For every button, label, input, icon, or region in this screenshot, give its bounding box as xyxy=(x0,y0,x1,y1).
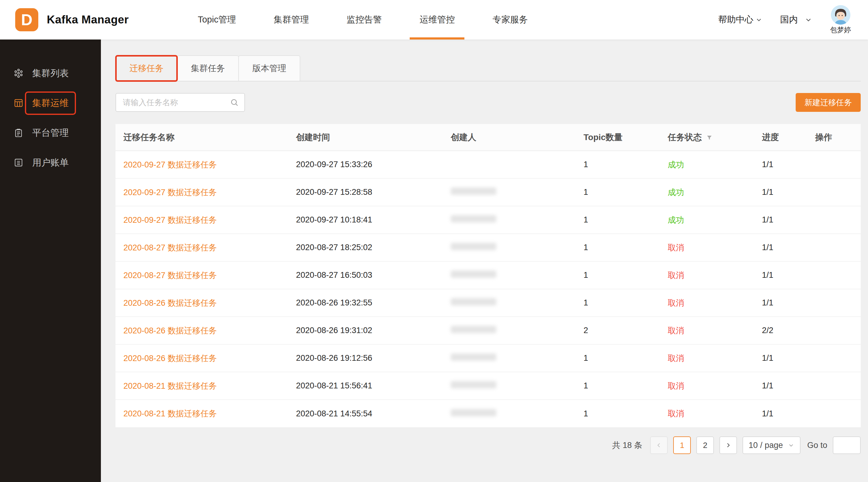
top-nav-item[interactable]: 运维管控 xyxy=(401,0,473,39)
progress-cell: 1/1 xyxy=(762,206,815,234)
create-time-cell: 2020-09-27 10:18:41 xyxy=(296,206,451,234)
tab-label: 迁移任务 xyxy=(129,63,163,74)
table-row: 2020-08-21 数据迁移任务 2020-08-21 14:55:54 1 … xyxy=(116,399,861,427)
creator-redacted-blur xyxy=(451,326,496,333)
sidebar-item-label: 平台管理 xyxy=(32,126,69,140)
create-time-cell: 2020-08-27 18:25:02 xyxy=(296,234,451,261)
task-name-link[interactable]: 2020-09-27 数据迁移任务 xyxy=(123,160,217,169)
table-column-header: 操作 xyxy=(815,124,861,151)
sidebar-item[interactable]: 用户账单 xyxy=(0,148,101,178)
actions-cell xyxy=(815,317,861,344)
status-badge: 取消 xyxy=(668,271,684,280)
sidebar-item-label: 用户账单 xyxy=(32,156,69,169)
help-center-label: 帮助中心 xyxy=(718,14,753,26)
cluster-list-icon xyxy=(13,68,24,78)
page-size-select[interactable]: 10 / page xyxy=(742,437,801,454)
actions-cell xyxy=(815,399,861,427)
progress-cell: 1/1 xyxy=(762,261,815,289)
progress-cell: 1/1 xyxy=(762,399,815,427)
user-menu[interactable]: 包梦婷 xyxy=(830,5,851,35)
tab[interactable]: 迁移任务 xyxy=(116,55,178,81)
filter-icon[interactable] xyxy=(706,133,713,143)
task-search-box xyxy=(116,93,245,112)
app-root: D Kafka Manager Topic管理 集群管理 监控告警 运维管控 xyxy=(0,0,868,482)
header-right: 帮助中心 国内 xyxy=(718,5,851,35)
sidebar-item-label: 集群运维 xyxy=(32,96,69,110)
tab[interactable]: 版本管理 xyxy=(238,55,300,81)
sidebar-item[interactable]: 集群列表 xyxy=(0,58,101,88)
region-label: 国内 xyxy=(780,14,798,26)
top-nav-item[interactable]: 监控告警 xyxy=(328,0,401,39)
goto-page-input[interactable] xyxy=(833,437,861,454)
progress-cell: 1/1 xyxy=(762,344,815,372)
topic-count-cell: 1 xyxy=(584,234,668,261)
brand-title: Kafka Manager xyxy=(47,13,129,26)
topic-count-cell: 2 xyxy=(584,317,668,344)
creator-redacted-blur xyxy=(451,188,496,195)
creator-cell xyxy=(451,289,584,317)
sidebar-item-label: 集群列表 xyxy=(32,67,69,80)
table-row: 2020-09-27 数据迁移任务 2020-09-27 15:33:26 1 … xyxy=(116,151,861,179)
creator-cell xyxy=(451,372,584,399)
table-row: 2020-09-27 数据迁移任务 2020-09-27 10:18:41 1 … xyxy=(116,206,861,234)
status-badge: 成功 xyxy=(668,160,684,169)
top-nav-item-label: Topic管理 xyxy=(198,14,236,26)
chevron-down-icon xyxy=(804,16,812,24)
prev-page-button[interactable] xyxy=(650,437,668,454)
task-name-link[interactable]: 2020-08-21 数据迁移任务 xyxy=(123,409,217,418)
task-name-link[interactable]: 2020-08-27 数据迁移任务 xyxy=(123,271,217,280)
creator-cell xyxy=(451,179,584,206)
actions-cell xyxy=(815,179,861,206)
page-number-button[interactable]: 2 xyxy=(696,437,714,454)
table-row: 2020-08-27 数据迁移任务 2020-08-27 16:50:03 1 … xyxy=(116,261,861,289)
chevron-down-icon xyxy=(755,16,763,23)
task-name-link[interactable]: 2020-08-26 数据迁移任务 xyxy=(123,354,217,363)
next-page-button[interactable] xyxy=(719,437,737,454)
page-number-button[interactable]: 1 xyxy=(673,437,691,454)
top-nav-item[interactable]: 专家服务 xyxy=(473,0,547,39)
search-input[interactable] xyxy=(123,98,230,107)
task-name-link[interactable]: 2020-08-21 数据迁移任务 xyxy=(123,381,217,390)
table-row: 2020-08-26 数据迁移任务 2020-08-26 19:32:55 1 … xyxy=(116,289,861,317)
table-column-header: Topic数量 xyxy=(584,124,668,151)
progress-cell: 1/1 xyxy=(762,234,815,261)
top-nav-item[interactable]: Topic管理 xyxy=(179,0,255,39)
topic-count-cell: 1 xyxy=(584,344,668,372)
task-name-link[interactable]: 2020-08-26 数据迁移任务 xyxy=(123,298,217,308)
table-row: 2020-08-26 数据迁移任务 2020-08-26 19:12:56 1 … xyxy=(116,344,861,372)
create-time-cell: 2020-08-26 19:32:55 xyxy=(296,289,451,317)
creator-redacted-blur xyxy=(451,353,496,361)
creator-cell xyxy=(451,317,584,344)
top-nav-item-label: 运维管控 xyxy=(420,14,455,26)
progress-cell: 2/2 xyxy=(762,317,815,344)
actions-cell xyxy=(815,289,861,317)
top-nav-item-label: 集群管理 xyxy=(274,14,309,26)
sidebar-item[interactable]: 集群运维 xyxy=(0,88,101,118)
column-header-label: 迁移任务名称 xyxy=(123,132,175,142)
create-migration-task-button[interactable]: 新建迁移任务 xyxy=(796,93,861,112)
avatar[interactable] xyxy=(831,5,850,25)
topic-count-cell: 1 xyxy=(584,289,668,317)
task-name-link[interactable]: 2020-09-27 数据迁移任务 xyxy=(123,216,217,225)
help-center-dropdown[interactable]: 帮助中心 xyxy=(718,14,763,26)
creator-cell xyxy=(451,151,584,179)
task-name-link[interactable]: 2020-09-27 数据迁移任务 xyxy=(123,188,217,197)
task-name-link[interactable]: 2020-08-26 数据迁移任务 xyxy=(123,326,217,335)
creator-redacted-blur xyxy=(451,270,496,278)
progress-cell: 1/1 xyxy=(762,289,815,317)
create-time-cell: 2020-08-27 16:50:03 xyxy=(296,261,451,289)
task-name-link[interactable]: 2020-08-27 数据迁移任务 xyxy=(123,243,217,252)
table-row: 2020-09-27 数据迁移任务 2020-09-27 15:28:58 1 … xyxy=(116,179,861,206)
top-nav-item-label: 专家服务 xyxy=(492,14,528,26)
progress-cell: 1/1 xyxy=(762,372,815,399)
platform-admin-icon xyxy=(13,128,24,138)
sidebar-item[interactable]: 平台管理 xyxy=(0,118,101,148)
brand-logo-icon[interactable]: D xyxy=(15,8,38,31)
top-header: D Kafka Manager Topic管理 集群管理 监控告警 运维管控 xyxy=(0,0,868,39)
search-icon[interactable] xyxy=(230,98,239,107)
tab[interactable]: 集群任务 xyxy=(177,55,239,81)
migration-task-table: 迁移任务名称 创建时间 创建人 xyxy=(116,124,861,427)
status-badge: 成功 xyxy=(668,216,684,225)
region-dropdown[interactable]: 国内 xyxy=(780,14,812,26)
top-nav-item[interactable]: 集群管理 xyxy=(255,0,328,39)
